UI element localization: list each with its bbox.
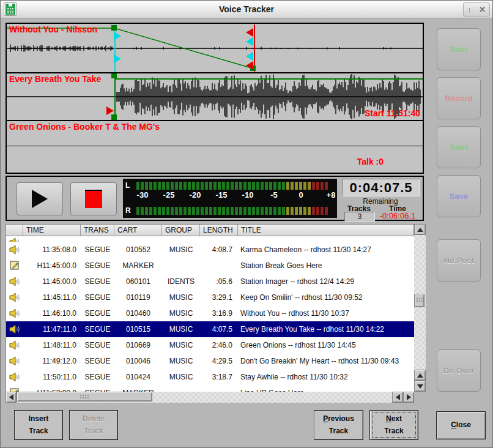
table-row[interactable]: 11:45:11.0 SEGUE 010119 MUSIC 3:29.1 Kee…	[6, 289, 414, 305]
insert-track-button[interactable]: Insert Track	[14, 410, 63, 440]
track-2-fade-line	[116, 78, 423, 80]
track-1-waveform-area[interactable]: Without You - Nilsson	[7, 24, 423, 73]
hit-post-button[interactable]: Hit Post	[437, 239, 481, 282]
meter-scale: -30-25-20-15-10-50+8	[136, 190, 335, 204]
horizontal-scroll-track[interactable]	[17, 392, 392, 403]
start-track1-button[interactable]: Start	[437, 28, 481, 70]
segue-marker-handle-bottom[interactable]	[246, 52, 253, 61]
start-marker-handle-bottom[interactable]	[114, 54, 121, 63]
stop-button[interactable]	[70, 182, 117, 215]
end-marker-handle-top[interactable]	[246, 28, 253, 37]
track-2-start-pointer[interactable]	[106, 106, 114, 115]
scroll-left-button-2[interactable]	[392, 392, 403, 403]
save-button[interactable]: Save	[437, 175, 481, 217]
table-row[interactable]: H11:45:00.0 SEGUE MARKER Station Break G…	[6, 258, 414, 274]
row-length: 4:29.5	[200, 357, 238, 365]
row-time: 11:47:11.0	[23, 325, 81, 334]
do-over-button[interactable]: Do Over	[437, 349, 481, 392]
row-group: MUSIC	[162, 309, 200, 318]
row-group: IDENTS	[162, 277, 200, 286]
row-trans: SEGUE	[81, 357, 114, 365]
column-header-trans[interactable]: TRANS	[81, 225, 114, 236]
column-header-time[interactable]: TIME	[23, 225, 81, 236]
scroll-up-button-2[interactable]	[414, 370, 426, 381]
vertical-scrollbar[interactable]	[414, 224, 426, 392]
table-row[interactable]: 11:35:08.0 SEGUE 010552 MUSIC 4:08.7 Kar…	[6, 242, 414, 258]
segue-marker-handle-top[interactable]	[246, 37, 253, 46]
row-cart: 010552	[114, 245, 162, 254]
delete-track-button[interactable]: Delete Track	[69, 410, 118, 440]
table-row[interactable]: 11:45:00.0 SEGUE 060101 IDENTS :05.6 Sta…	[6, 274, 414, 289]
row-time: 11:45:00.0	[23, 277, 81, 286]
fade-handle-top[interactable]	[111, 25, 117, 31]
track-3-centerline	[7, 146, 423, 146]
voice-tracker-window: Voice Tracker ↑ ✕	[0, 0, 493, 448]
previous-track-button[interactable]: Previous Track	[314, 410, 363, 440]
track-2-handle-bottom[interactable]	[111, 114, 117, 120]
horizontal-scroll-thumb[interactable]	[17, 392, 152, 401]
meter-left-label: L	[125, 181, 136, 190]
row-time: 11:49:12.0	[23, 357, 81, 365]
column-header-icon[interactable]	[6, 225, 23, 236]
row-type-icon	[6, 293, 23, 302]
row-time: 11:46:10.0	[23, 309, 81, 318]
column-header-title[interactable]: TITLE	[238, 225, 413, 236]
table-row[interactable]: H11:53:00.0 SEGUE MARKER Line UP Goes He…	[6, 385, 414, 392]
row-time: 11:48:11.0	[23, 341, 81, 349]
end-marker-handle-bottom[interactable]	[246, 61, 253, 70]
close-window-icon[interactable]: ✕	[479, 6, 486, 13]
speaker-icon	[9, 340, 20, 350]
track-3-title: Green Onions - Booker T & The MG's	[9, 122, 160, 132]
row-title: Don't Go Breakin' My Heart -- rdhost 11/…	[238, 357, 414, 365]
speaker-icon	[9, 237, 20, 242]
meter-scale-tick: -5	[270, 190, 278, 200]
row-title: Keep On Smilin' -- rdhost 11/30 09:52	[238, 293, 414, 302]
track-3-waveform-area[interactable]: Green Onions - Booker T & The MG's Talk …	[7, 121, 423, 170]
record-button[interactable]: Record	[437, 77, 481, 119]
track-1-end-marker-line[interactable]	[254, 24, 255, 72]
track-2-start-line[interactable]	[114, 74, 116, 119]
row-length: 4:08.7	[200, 245, 238, 254]
scroll-right-button[interactable]	[403, 392, 414, 403]
scroll-left-button[interactable]	[6, 392, 17, 403]
column-header-cart[interactable]: CART	[114, 225, 162, 236]
row-length: 3:16.9	[200, 309, 238, 318]
column-header-group[interactable]: GROUP	[162, 225, 200, 236]
next-track-button[interactable]: Next Track	[369, 410, 418, 440]
play-icon	[32, 190, 48, 208]
scroll-up-button[interactable]	[414, 224, 426, 235]
row-title: Stay Awhile -- rdhost 11/30 10:32	[238, 373, 414, 381]
start-track3-button[interactable]: Start	[437, 126, 481, 168]
row-type-icon	[6, 308, 23, 318]
vertical-scroll-track[interactable]	[414, 235, 426, 370]
horizontal-scrollbar[interactable]	[6, 392, 414, 403]
row-group: MUSIC	[162, 341, 200, 349]
table-row[interactable]: 11:47:11.0 SEGUE 010515 MUSIC 4:07.5 Eve…	[6, 321, 414, 337]
title-bar[interactable]: Voice Tracker ↑ ✕	[1, 1, 492, 18]
scroll-down-button[interactable]	[414, 381, 426, 392]
stop-icon	[85, 190, 102, 208]
play-button[interactable]	[17, 182, 63, 215]
meter-right-segments	[136, 207, 328, 215]
track-2-title: Every Breath You Take	[9, 74, 101, 84]
row-group: MUSIC	[162, 245, 200, 254]
column-header-length[interactable]: LENGTH	[200, 225, 238, 236]
meter-row-r: R	[125, 206, 335, 215]
track-2-waveform-area[interactable]: Every Breath You Take Start 11:51:40	[7, 73, 423, 121]
start-marker-handle-top[interactable]	[114, 32, 121, 40]
table-row[interactable]	[6, 236, 414, 242]
speaker-icon	[9, 308, 20, 318]
row-trans: SEGUE	[81, 325, 114, 334]
shade-window-icon[interactable]: ↑	[467, 6, 472, 13]
track-2-handle-top[interactable]	[111, 73, 117, 78]
vertical-scroll-thumb[interactable]	[414, 294, 424, 307]
close-button[interactable]: Close	[436, 411, 486, 439]
row-title: Station Imager -- rdhost 12/4 14:29	[238, 277, 414, 286]
table-row[interactable]: 11:46:10.0 SEGUE 010460 MUSIC 3:16.9 Wit…	[6, 305, 414, 321]
table-row[interactable]: 11:50:11.0 SEGUE 010424 MUSIC 3:18.7 Sta…	[6, 369, 414, 385]
table-row[interactable]: 11:49:12.0 SEGUE 010046 MUSIC 4:29.5 Don…	[6, 353, 414, 369]
table-row[interactable]: 11:48:11.0 SEGUE 010669 MUSIC 2:46.0 Gre…	[6, 337, 414, 353]
elapsed-time-display: 0:04:07.5	[342, 179, 420, 196]
row-time: 11:45:11.0	[23, 293, 81, 302]
row-cart: 010424	[114, 373, 162, 381]
